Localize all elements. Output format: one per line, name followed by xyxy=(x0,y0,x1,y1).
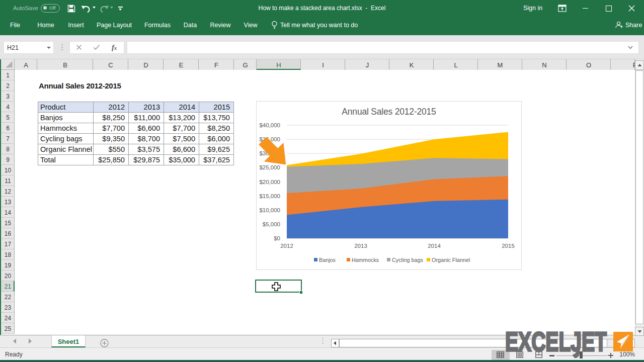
svg-text:EXCELJET: EXCELJET xyxy=(505,327,607,356)
